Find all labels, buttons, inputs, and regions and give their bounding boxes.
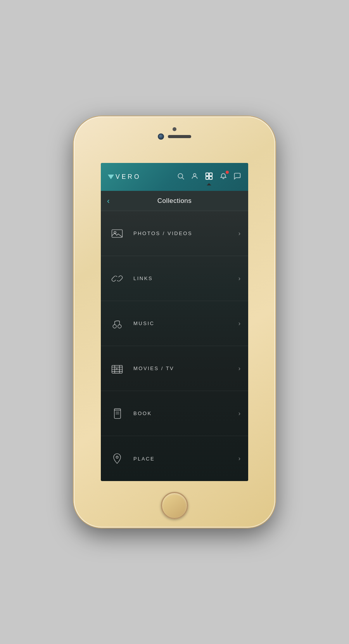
search-nav-icon[interactable]	[177, 172, 185, 182]
link-icon	[109, 270, 126, 287]
notifications-nav-icon[interactable]	[219, 172, 227, 182]
phone-top-bar	[158, 127, 191, 140]
photos-videos-label: PHOTOS / VIDEOS	[133, 230, 238, 236]
svg-point-17	[116, 456, 118, 458]
svg-line-1	[182, 177, 184, 179]
movies-tv-item[interactable]: MOVIES / TV ›	[101, 346, 248, 391]
collections-nav-icon[interactable]	[205, 172, 213, 182]
photos-videos-chevron: ›	[238, 230, 240, 237]
notification-badge	[226, 171, 229, 174]
back-button[interactable]: ‹	[107, 196, 110, 205]
photos-videos-item[interactable]: PHOTOS / VIDEOS ›	[101, 211, 248, 256]
svg-rect-3	[206, 173, 209, 175]
photo-video-icon	[109, 225, 126, 242]
logo-triangle-icon	[108, 175, 114, 179]
svg-rect-7	[112, 230, 123, 237]
links-chevron: ›	[238, 275, 240, 282]
svg-point-9	[113, 324, 116, 328]
svg-point-0	[178, 173, 183, 178]
collections-title: Collections	[157, 197, 192, 205]
music-label: MUSIC	[133, 320, 238, 326]
movies-tv-label: MOVIES / TV	[133, 365, 238, 371]
svg-rect-5	[206, 176, 209, 179]
place-label: PLACE	[133, 456, 238, 462]
links-item[interactable]: LINKS ›	[101, 256, 248, 301]
svg-rect-4	[209, 173, 212, 175]
profile-nav-icon[interactable]	[191, 172, 199, 182]
nav-icons-group	[177, 172, 241, 182]
active-indicator	[207, 183, 211, 185]
svg-point-10	[118, 324, 121, 328]
earpiece-speaker	[168, 135, 191, 138]
book-icon	[109, 405, 126, 422]
place-item[interactable]: PLACE ›	[101, 436, 248, 481]
front-sensor	[173, 127, 176, 131]
movies-tv-chevron: ›	[238, 365, 240, 372]
book-item[interactable]: BOOK ›	[101, 391, 248, 436]
nav-bar: VERO	[101, 163, 248, 191]
music-icon	[109, 315, 126, 332]
music-chevron: ›	[238, 320, 240, 327]
svg-point-2	[194, 173, 196, 176]
logo-text: VERO	[116, 173, 141, 180]
book-chevron: ›	[238, 410, 240, 417]
phone-frame: VERO	[74, 116, 275, 528]
music-item[interactable]: MUSIC ›	[101, 301, 248, 346]
messages-nav-icon[interactable]	[233, 172, 241, 182]
place-icon	[109, 450, 126, 467]
place-chevron: ›	[238, 455, 240, 462]
menu-content: PHOTOS / VIDEOS › LINKS ›	[101, 211, 248, 481]
front-camera	[158, 133, 164, 140]
movie-icon	[109, 360, 126, 377]
phone-screen: VERO	[101, 163, 248, 481]
home-button[interactable]	[161, 492, 188, 519]
app-logo: VERO	[108, 173, 141, 180]
svg-marker-12	[116, 368, 118, 370]
collections-header: ‹ Collections	[101, 191, 248, 211]
links-label: LINKS	[133, 275, 238, 281]
book-label: BOOK	[133, 410, 238, 416]
svg-rect-6	[209, 176, 212, 179]
